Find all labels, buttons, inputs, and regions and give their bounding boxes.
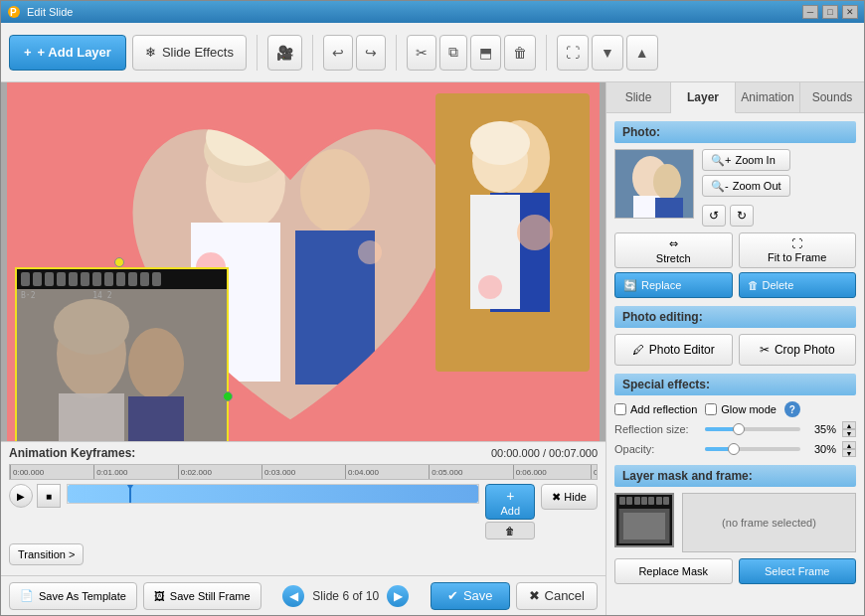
layer-up-button[interactable]: ▲ (626, 35, 658, 71)
replace-mask-label: Replace Mask (638, 565, 708, 577)
add-keyframe-button[interactable]: + Add (485, 484, 535, 520)
replace-button[interactable]: 🔄 Replace (614, 272, 733, 298)
add-reflection-checkbox[interactable] (614, 403, 626, 415)
film-strip-layer[interactable]: B·2 14 2 (15, 267, 229, 442)
cancel-label: Cancel (545, 588, 585, 603)
rotate-right-button[interactable]: ↻ (730, 205, 754, 227)
svg-point-11 (358, 240, 382, 264)
reflection-size-down[interactable]: ▼ (842, 429, 856, 437)
cut-button[interactable]: ✂ (407, 35, 436, 71)
fit-to-frame-label: Fit to Frame (768, 251, 826, 263)
zoom-out-label: Zoom Out (733, 180, 781, 192)
photo-actions: 🔍+ Zoom In 🔍- Zoom Out ↺ ↻ (702, 149, 790, 227)
zoom-out-button[interactable]: 🔍- Zoom Out (702, 175, 790, 197)
film-hole (81, 272, 89, 286)
save-frame-button[interactable]: 🖼 Save Still Frame (143, 582, 261, 610)
reflection-size-up[interactable]: ▲ (842, 421, 856, 429)
play-button[interactable]: ▶ (9, 484, 33, 508)
delete-icon: 🗑 (748, 279, 759, 291)
delete-photo-button[interactable]: 🗑 Delete (739, 272, 857, 298)
save-template-button[interactable]: 📄 Save As Template (9, 582, 137, 610)
glow-mode-checkbox[interactable] (705, 403, 717, 415)
photo-editor-button[interactable]: 🖊 Photo Editor (614, 334, 733, 366)
close-button[interactable]: ✕ (842, 5, 858, 19)
svg-point-19 (478, 275, 502, 299)
mask-buttons: Replace Mask Select Frame (614, 558, 856, 584)
reflection-size-slider[interactable] (705, 427, 800, 431)
right-panel: Slide Layer Animation Sounds (606, 82, 864, 615)
photo-editor-icon: 🖊 (632, 343, 644, 357)
stretch-button[interactable]: ⇔ Stretch (614, 232, 733, 268)
next-slide-button[interactable]: ▶ (387, 585, 409, 607)
delete-keyframe-button[interactable]: 🗑 (485, 522, 535, 539)
transition-button[interactable]: Transition > (9, 543, 84, 565)
maximize-button[interactable]: □ (822, 5, 838, 19)
tab-layer[interactable]: Layer (671, 82, 736, 113)
delete-button[interactable]: 🗑 (504, 35, 536, 71)
mask-hole (619, 497, 625, 505)
photo-editor-label: Photo Editor (649, 343, 715, 357)
right-couple-photo (435, 93, 590, 372)
zoom-in-button[interactable]: 🔍+ Zoom In (702, 149, 790, 171)
camera-button[interactable]: 🎥 (267, 35, 302, 71)
opacity-slider[interactable] (705, 447, 800, 451)
help-icon[interactable]: ? (784, 401, 800, 417)
edit-icons: ✂ ⧉ ⬒ 🗑 (407, 35, 536, 71)
film-hole (33, 272, 42, 286)
resize-handle-center[interactable] (223, 391, 233, 401)
mask-section-label: Layer mask and frame: (622, 469, 753, 483)
add-reflection-checkbox-label[interactable]: Add reflection (614, 403, 697, 415)
film-hole (45, 272, 54, 286)
prev-slide-button[interactable]: ◀ (282, 585, 304, 607)
toolbar-separator-2 (312, 35, 313, 71)
select-frame-button[interactable]: Select Frame (739, 558, 857, 584)
opacity-up[interactable]: ▲ (842, 441, 856, 449)
mask-film-center (618, 509, 670, 543)
photo-section-label: Photo: (622, 125, 660, 139)
paste-button[interactable]: ⬒ (470, 35, 501, 71)
add-layer-button[interactable]: + + Add Layer (9, 35, 126, 71)
fit-to-frame-button[interactable]: ⛶ Fit to Frame (739, 232, 857, 268)
rotate-left-button[interactable]: ↺ (702, 205, 726, 227)
opacity-thumb[interactable] (728, 443, 740, 455)
replace-mask-button[interactable]: Replace Mask (614, 558, 733, 584)
tab-sounds[interactable]: Sounds (800, 82, 864, 112)
glow-mode-label: Glow mode (721, 403, 777, 415)
fit-button[interactable]: ⛶ (557, 35, 589, 71)
svg-point-9 (206, 110, 285, 166)
opacity-down[interactable]: ▼ (842, 449, 856, 457)
toolbar: + + Add Layer ❄ Slide Effects 🎥 ↩ ↪ ✂ ⧉ … (1, 23, 864, 82)
resize-handle-top[interactable] (114, 257, 124, 267)
track-area (67, 484, 479, 506)
right-photo-svg (435, 93, 590, 372)
hide-button[interactable]: ✖ Hide (541, 484, 598, 510)
minimize-button[interactable]: ─ (802, 5, 818, 19)
undo-button[interactable]: ↩ (323, 35, 353, 71)
hide-label: ✖ Hide (552, 491, 587, 503)
redo-button[interactable]: ↪ (356, 35, 386, 71)
crop-photo-button[interactable]: ✂ Crop Photo (739, 334, 857, 366)
layer-down-button[interactable]: ▼ (592, 35, 623, 71)
glow-mode-checkbox-label[interactable]: Glow mode (705, 403, 777, 415)
tab-slide[interactable]: Slide (606, 82, 671, 112)
svg-rect-34 (623, 513, 665, 539)
crop-icon: ✂ (760, 343, 770, 357)
mask-film-bottom-holes (616, 545, 672, 547)
mask-section-header: Layer mask and frame: (614, 465, 856, 487)
ruler-mark-2: 0:02.000 (178, 465, 212, 480)
main-window: P Edit Slide ─ □ ✕ + + Add Layer ❄ Slide… (0, 0, 865, 616)
stop-button[interactable]: ■ (37, 484, 61, 508)
photo-row: 🔍+ Zoom In 🔍- Zoom Out ↺ ↻ (614, 149, 856, 227)
photo-thumb-image (615, 150, 693, 218)
save-button[interactable]: ✔ Save (431, 582, 510, 610)
film-hole (21, 272, 30, 286)
tab-animation[interactable]: Animation (736, 82, 800, 112)
canvas-container[interactable]: B·2 14 2 (1, 82, 606, 441)
reflection-size-thumb[interactable] (733, 423, 745, 435)
special-effects-section: Special effects: Add reflection Glow mod… (614, 374, 856, 457)
zoom-in-label: Zoom In (735, 154, 775, 166)
cancel-button[interactable]: ✖ Cancel (516, 582, 598, 610)
copy-button[interactable]: ⧉ (439, 35, 467, 71)
slide-effects-button[interactable]: ❄ Slide Effects (132, 35, 247, 71)
add-reflection-label: Add reflection (630, 403, 697, 415)
